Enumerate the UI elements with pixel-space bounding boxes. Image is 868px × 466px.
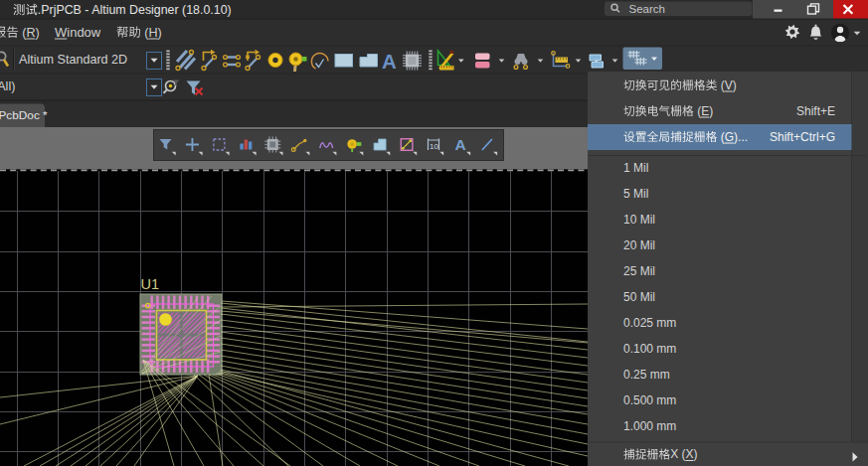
- svg-text:0.25 mm: 0.25 mm: [623, 368, 670, 382]
- svg-text:(E): (E): [694, 104, 713, 118]
- svg-text:Window: Window: [55, 25, 101, 40]
- svg-text:X (X): X (X): [670, 447, 697, 461]
- svg-text:25 Mil: 25 Mil: [623, 264, 655, 278]
- svg-text:Altium Standard 2D: Altium Standard 2D: [19, 53, 127, 67]
- svg-text:U1: U1: [141, 276, 160, 292]
- svg-text:0.025 mm: 0.025 mm: [623, 316, 676, 330]
- svg-text:10: 10: [430, 142, 438, 151]
- svg-text:(R): (R): [19, 26, 40, 40]
- svg-text:1.000 mm: 1.000 mm: [623, 419, 676, 433]
- svg-text:1 Mil: 1 Mil: [623, 161, 648, 175]
- svg-text:A: A: [382, 50, 397, 73]
- svg-text:20 Mil: 20 Mil: [623, 238, 655, 252]
- svg-text:5 Mil: 5 Mil: [623, 187, 648, 201]
- svg-text:50 Mil: 50 Mil: [623, 290, 655, 304]
- svg-text:(V): (V): [717, 78, 736, 92]
- svg-text:Shift+Ctrl+G: Shift+Ctrl+G: [770, 130, 835, 144]
- svg-text:(G)...: (G)...: [717, 130, 748, 144]
- svg-text:0.500 mm: 0.500 mm: [623, 393, 676, 407]
- svg-text:(H): (H): [141, 26, 162, 40]
- svg-text:.PrjPCB - Altium Designer (18.: .PrjPCB - Altium Designer (18.0.10): [38, 3, 232, 17]
- svg-text:0.100 mm: 0.100 mm: [623, 342, 676, 356]
- svg-text:(All): (All): [0, 79, 15, 93]
- svg-text:Shift+E: Shift+E: [796, 104, 835, 118]
- svg-text:Search: Search: [629, 3, 665, 15]
- svg-text:PcbDoc *: PcbDoc *: [0, 108, 48, 122]
- svg-text:10 Mil: 10 Mil: [623, 213, 655, 227]
- svg-text:A: A: [454, 136, 465, 153]
